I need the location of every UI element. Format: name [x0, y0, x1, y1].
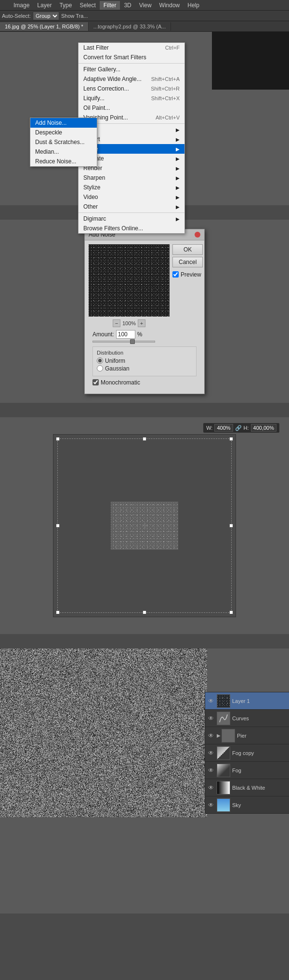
layer-row-fog[interactable]: 👁 Fog	[205, 762, 289, 779]
menu-item-3d[interactable]: 3D	[120, 1, 135, 10]
uniform-radio-row: Uniform	[97, 358, 192, 364]
layer-thumb-fog-copy	[217, 746, 230, 760]
dialog-close-button[interactable]	[195, 232, 200, 238]
w-label: W:	[206, 425, 212, 431]
amount-unit: %	[137, 331, 143, 338]
menu-item-view[interactable]: View	[135, 1, 156, 10]
folder-arrow-icon: ▶	[217, 733, 221, 738]
h-label: H:	[244, 425, 249, 431]
filter-gallery-item[interactable]: Filter Gallery...	[79, 65, 184, 74]
gap3	[0, 634, 289, 649]
digimarc-item[interactable]: Digimarc ▶	[79, 214, 184, 224]
video-item[interactable]: Video ▶	[79, 192, 184, 202]
canvas-container: ✛	[53, 434, 236, 617]
reduce-noise-item[interactable]: Reduce Noise...	[30, 157, 97, 166]
other-item[interactable]: Other ▶	[79, 202, 184, 212]
layer-name-bw: Black & White	[232, 785, 287, 791]
layer-row-pier[interactable]: 👁 ▶ Pier	[205, 727, 289, 744]
amount-row: Amount: %	[92, 330, 197, 339]
handle-bottom-middle[interactable]	[143, 610, 146, 614]
toolbar: Auto-Select: Group Show Tra...	[0, 11, 289, 21]
handle-top-right[interactable]	[229, 437, 233, 441]
layer-visibility-layer1[interactable]: 👁	[207, 697, 215, 705]
gaussian-label: Gaussian	[105, 365, 130, 372]
monochromatic-label: Monochromatic	[101, 379, 140, 386]
add-noise-item[interactable]: Add Noise...	[30, 118, 97, 128]
menu-item-image[interactable]: Image	[10, 1, 33, 10]
layer-row-curves[interactable]: 👁 Curves	[205, 710, 289, 727]
noise-canvas	[0, 649, 207, 817]
layer-name-curves: Curves	[232, 715, 287, 721]
add-noise-dialog: Add Noise − 100% + OK	[84, 229, 205, 394]
browse-filters-item[interactable]: Browse Filters Online...	[79, 224, 184, 233]
noisy-image-area	[0, 649, 207, 817]
menu-item-window[interactable]: Window	[156, 1, 184, 10]
liquify-item[interactable]: Liquify... Shift+Ctrl+X	[79, 93, 184, 103]
menu-item-type[interactable]: Type	[55, 1, 76, 10]
adaptive-wide-item[interactable]: Adaptive Wide Angle... Shift+Ctrl+A	[79, 74, 184, 84]
layer-name-fog-copy: Fog copy	[232, 750, 287, 756]
last-filter-item[interactable]: Last Filter Ctrl+F	[79, 43, 184, 53]
layer-visibility-fog-copy[interactable]: 👁	[207, 749, 215, 757]
amount-slider-thumb[interactable]	[130, 339, 135, 344]
layer-visibility-sky[interactable]: 👁	[207, 801, 215, 809]
cancel-button[interactable]: Cancel	[172, 257, 203, 267]
preview-checkbox-row: Preview	[172, 271, 203, 278]
oil-paint-item[interactable]: Oil Paint...	[79, 103, 184, 113]
amount-input[interactable]	[116, 330, 135, 339]
dust-scratches-item[interactable]: Dust & Scratches...	[30, 137, 97, 147]
menu-item-select[interactable]: Select	[76, 1, 99, 10]
show-transform-label: Show Tra...	[61, 13, 88, 19]
layer-thumb-curves	[217, 712, 230, 725]
layers-panel: 👁 Layer 1 👁 Curves 👁 ▶	[205, 692, 289, 814]
tab-bar: 16.jpg @ 25% (Layer 1, RGB/8) * ...togra…	[0, 21, 289, 32]
handle-bottom-left[interactable]	[56, 610, 60, 614]
layer-thumb-fog	[217, 764, 230, 777]
menu-item-filter[interactable]: Filter	[100, 1, 120, 10]
layer-row-layer1[interactable]: 👁 Layer 1	[205, 692, 289, 710]
gaussian-radio-row: Gaussian	[97, 365, 192, 372]
despeckle-item[interactable]: Despeckle	[30, 128, 97, 137]
monochromatic-checkbox[interactable]	[92, 379, 99, 385]
auto-select-dropdown[interactable]: Group	[33, 12, 59, 20]
layer-row-bw[interactable]: 👁 Black & White	[205, 779, 289, 796]
tab-file1[interactable]: 16.jpg @ 25% (Layer 1, RGB/8) *	[0, 22, 89, 31]
ok-button[interactable]: OK	[172, 244, 203, 255]
menu-item-help[interactable]: Help	[184, 1, 203, 10]
layer-thumb-layer1	[217, 694, 230, 708]
tab-file2[interactable]: ...tography2.psd @ 33.3% (A...	[89, 22, 171, 31]
handle-middle-right[interactable]	[229, 524, 233, 528]
convert-smart-item[interactable]: Convert for Smart Filters	[79, 53, 184, 62]
preview-checkbox[interactable]	[172, 271, 179, 278]
layer-row-fog-copy[interactable]: 👁 Fog copy	[205, 744, 289, 762]
menu-item-layer[interactable]: Layer	[33, 1, 55, 10]
stylize-item[interactable]: Stylize ▶	[79, 183, 184, 192]
h-value: 400,00%	[251, 424, 276, 432]
menu-item-ps[interactable]	[2, 4, 10, 6]
zoom-in-button[interactable]: +	[138, 319, 145, 327]
handle-middle-left[interactable]	[56, 524, 60, 528]
gaussian-radio[interactable]	[97, 365, 103, 371]
layer-thumb-bw	[217, 781, 230, 795]
layers-section: 👁 Layer 1 👁 Curves 👁 ▶	[0, 649, 289, 914]
median-item[interactable]: Median...	[30, 147, 97, 157]
filter-menu-section: Last Filter Ctrl+F Convert for Smart Fil…	[0, 32, 289, 205]
amount-slider-track[interactable]	[92, 341, 155, 343]
handle-top-middle[interactable]	[143, 437, 146, 441]
layer-visibility-bw[interactable]: 👁	[207, 784, 215, 792]
layer-row-sky[interactable]: 👁 Sky	[205, 796, 289, 814]
handle-top-left[interactable]	[56, 437, 60, 441]
uniform-radio[interactable]	[97, 358, 103, 364]
handle-bottom-right[interactable]	[229, 610, 233, 614]
layer-visibility-curves[interactable]: 👁	[207, 715, 215, 722]
dialog-amount-controls: Amount: % Distribution Uniform	[89, 330, 200, 390]
lens-correction-item[interactable]: Lens Correction... Shift+Ctrl+R	[79, 84, 184, 93]
sharpen-item[interactable]: Sharpen ▶	[79, 173, 184, 183]
size-indicator: W: 400% 🔗 H: 400,00%	[203, 423, 279, 433]
distribution-group: Distribution Uniform Gaussian	[92, 346, 197, 376]
noise-texture	[89, 244, 170, 317]
layer-visibility-pier[interactable]: 👁	[207, 732, 215, 740]
layer-name-layer1: Layer 1	[232, 698, 287, 704]
layer-visibility-fog[interactable]: 👁	[207, 767, 215, 774]
zoom-out-button[interactable]: −	[113, 319, 120, 327]
